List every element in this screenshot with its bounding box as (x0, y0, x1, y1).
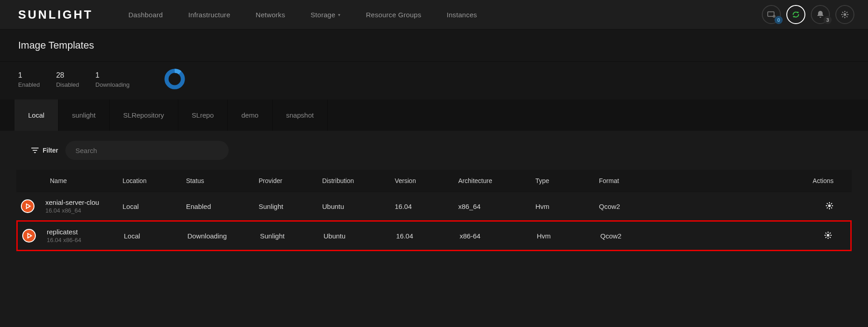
svg-point-35 (27, 233, 29, 234)
monitor-badge: 0 (775, 16, 783, 24)
donut-icon (164, 68, 186, 90)
svg-line-12 (847, 16, 848, 17)
stat-enabled: 1 Enabled (18, 71, 40, 88)
row-actions (676, 202, 847, 211)
table-row[interactable]: xenial-server-clou 16.04 x86_64 Local En… (16, 192, 852, 220)
svg-point-22 (26, 203, 27, 205)
row-subtitle: 16.04 x86_64 (45, 207, 123, 214)
os-icon-cell (21, 199, 45, 213)
svg-point-34 (30, 235, 32, 236)
notifications-badge: 3 (824, 16, 832, 24)
row-subtitle: 16.04 x86-64 (47, 237, 124, 243)
col-location[interactable]: Location (123, 177, 186, 184)
col-version[interactable]: Version (395, 177, 458, 184)
chevron-down-icon: ▾ (338, 12, 340, 17)
stat-enabled-label: Enabled (18, 81, 40, 88)
bell-icon (817, 10, 824, 19)
name-cell: xenial-server-clou 16.04 x86_64 (45, 198, 123, 214)
tab-sunlight[interactable]: sunlight (59, 99, 110, 131)
os-icon-cell (22, 229, 47, 243)
row-status: Downloading (187, 232, 260, 240)
row-actions (677, 231, 846, 241)
row-name: xenial-server-clou (45, 198, 123, 206)
tab-demo[interactable]: demo (228, 99, 273, 131)
title-bar: Image Templates (0, 30, 868, 62)
col-name[interactable]: Name (45, 177, 123, 184)
nav-resource-groups[interactable]: Resource Groups (353, 2, 434, 28)
svg-line-13 (842, 16, 843, 17)
row-provider: Sunlight (260, 232, 324, 240)
row-location: Local (123, 203, 186, 210)
col-status[interactable]: Status (186, 177, 259, 184)
monitor-icon (767, 11, 775, 18)
tab-slrepo[interactable]: SLrepo (178, 99, 228, 131)
col-type[interactable]: Type (535, 177, 599, 184)
nav-storage[interactable]: Storage ▾ (298, 2, 353, 28)
svg-point-23 (26, 208, 27, 209)
svg-line-31 (827, 207, 828, 208)
table-row[interactable]: replicatest 16.04 x86-64 Local Downloadi… (16, 220, 852, 251)
row-actions-button[interactable] (824, 233, 832, 241)
svg-line-43 (830, 237, 831, 238)
stat-downloading-value: 1 (95, 71, 129, 79)
stat-enabled-value: 1 (18, 71, 40, 79)
monitor-button[interactable]: 0 (762, 5, 781, 24)
stat-downloading-label: Downloading (95, 81, 129, 88)
svg-line-14 (847, 12, 848, 13)
sync-button[interactable] (786, 5, 805, 24)
settings-button[interactable] (835, 5, 854, 24)
svg-point-16 (171, 75, 179, 83)
stats-donut (164, 68, 186, 91)
sync-icon (791, 10, 800, 19)
nav-dashboard[interactable]: Dashboard (116, 2, 176, 28)
row-version: 16.04 (396, 232, 460, 240)
tab-local[interactable]: Local (15, 99, 59, 131)
tab-snapshot[interactable]: snapshot (273, 99, 328, 131)
row-architecture: x86_64 (458, 203, 535, 210)
svg-point-37 (827, 234, 829, 237)
col-provider[interactable]: Provider (259, 177, 322, 184)
nav-networks[interactable]: Networks (243, 2, 298, 28)
name-cell: replicatest 16.04 x86-64 (47, 228, 124, 243)
svg-marker-4 (797, 11, 799, 13)
filter-button[interactable]: Filter (31, 147, 58, 154)
brand-logo: SUNLIGHT (18, 8, 93, 22)
gear-icon (841, 10, 849, 19)
row-provider: Sunlight (259, 203, 322, 210)
tabs: Local sunlight SLRepository SLrepo demo … (0, 99, 868, 131)
svg-marker-5 (793, 16, 794, 18)
gear-icon (825, 202, 834, 210)
ubuntu-icon (21, 199, 34, 213)
row-distribution: Ubuntu (322, 203, 395, 210)
search-wrapper (65, 141, 229, 160)
row-status: Enabled (186, 203, 259, 210)
row-type: Hvm (535, 203, 599, 210)
tab-slrepository[interactable]: SLRepository (110, 99, 178, 131)
row-name: replicatest (47, 228, 124, 236)
svg-point-21 (29, 205, 30, 207)
row-location: Local (124, 232, 187, 240)
table: Name Location Status Provider Distributi… (0, 170, 868, 251)
stat-disabled-label: Disabled (56, 81, 79, 88)
row-format: Qcow2 (600, 232, 677, 240)
nav-items: Dashboard Infrastructure Networks Storag… (116, 2, 490, 28)
svg-line-29 (827, 203, 828, 204)
col-format[interactable]: Format (599, 177, 676, 184)
svg-point-33 (28, 234, 30, 237)
row-actions-button[interactable] (825, 203, 834, 211)
svg-line-45 (830, 233, 831, 233)
search-input[interactable] (75, 147, 219, 154)
gear-icon (824, 231, 832, 239)
row-format: Qcow2 (599, 203, 676, 210)
row-version: 16.04 (395, 203, 458, 210)
nav-infrastructure[interactable]: Infrastructure (176, 2, 243, 28)
col-architecture[interactable]: Architecture (458, 177, 535, 184)
stat-downloading: 1 Downloading (95, 71, 129, 88)
nav-instances[interactable]: Instances (434, 2, 490, 28)
col-distribution[interactable]: Distribution (322, 177, 395, 184)
svg-line-11 (842, 12, 843, 13)
nav-storage-label: Storage (310, 11, 335, 19)
notifications-button[interactable]: 3 (811, 5, 830, 24)
svg-point-20 (26, 205, 29, 208)
row-distribution: Ubuntu (324, 232, 396, 240)
